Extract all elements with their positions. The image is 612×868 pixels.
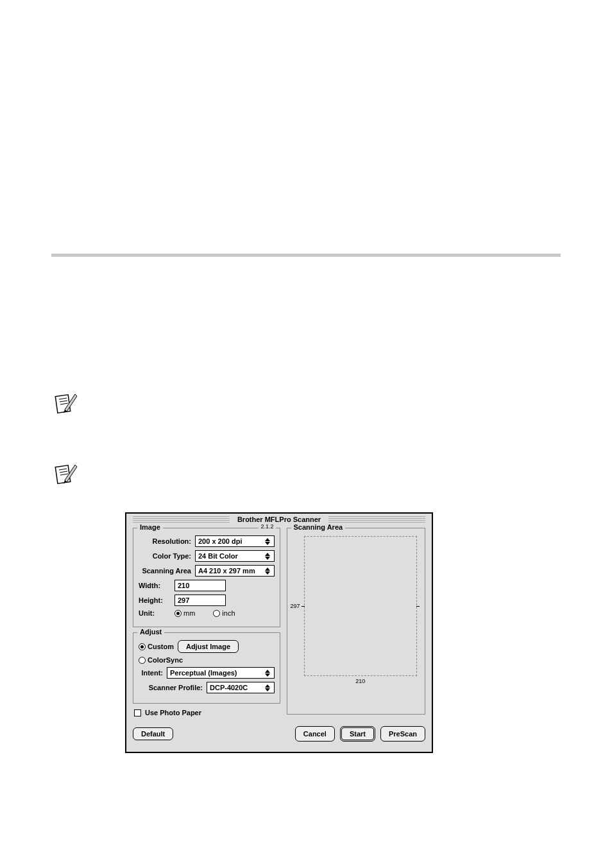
height-input[interactable]: 297 [174, 595, 226, 606]
photo-paper-label: Use Photo Paper [145, 709, 201, 716]
updown-icon [265, 684, 271, 691]
tick-mark [302, 606, 305, 607]
adjust-group: Adjust Custom Adjust Image [133, 632, 280, 704]
note-row-2 [55, 461, 612, 487]
version-label: 2.1.2 [259, 523, 275, 530]
custom-label: Custom [148, 643, 174, 650]
scanning-area-panel: Scanning Area 297 210 [287, 528, 426, 715]
intent-value: Perceptual (Images) [170, 669, 237, 677]
radio-selected-icon [139, 643, 146, 650]
colorsync-label: ColorSync [148, 656, 183, 664]
adjust-image-label: Adjust Image [186, 643, 230, 650]
adjust-image-button[interactable]: Adjust Image [178, 640, 239, 653]
updown-icon [265, 669, 271, 677]
dialog-title: Brother MFLPro Scanner [234, 516, 325, 523]
resolution-select[interactable]: 200 x 200 dpi [195, 535, 275, 547]
scanner-profile-select[interactable]: DCP-4020C [207, 682, 275, 693]
scanning-area-label: Scanning Area [139, 567, 191, 575]
tick-mark [416, 606, 420, 607]
unit-mm-radio[interactable]: mm [174, 609, 195, 617]
ruler-v-label: 297 [291, 603, 300, 609]
dialog-titlebar: Brother MFLPro Scanner [129, 515, 429, 524]
resolution-label: Resolution: [139, 537, 191, 545]
svg-point-13 [139, 657, 146, 663]
scanner-dialog: Brother MFLPro Scanner Image 2.1.2 Resol… [125, 512, 433, 753]
radio-selected-icon [174, 610, 182, 617]
unit-label: Unit: [139, 609, 171, 617]
unit-mm-label: mm [183, 609, 195, 617]
unit-inch-radio[interactable]: inch [213, 609, 235, 617]
prescan-button[interactable]: PreScan [380, 726, 425, 742]
height-label: Height: [139, 596, 171, 604]
cancel-button-label: Cancel [303, 730, 327, 738]
updown-icon [265, 552, 271, 560]
svg-point-12 [140, 645, 144, 648]
height-value: 297 [178, 596, 189, 604]
unit-inch-label: inch [222, 609, 235, 617]
default-button-label: Default [141, 730, 165, 738]
width-input[interactable]: 210 [174, 580, 226, 591]
width-label: Width: [139, 582, 171, 589]
scanning-area-value: A4 210 x 297 mm [198, 567, 255, 575]
ruler-h-label: 210 [305, 678, 417, 684]
updown-icon [265, 537, 271, 545]
radio-unselected-icon [213, 610, 220, 617]
checkbox-unchecked-icon [134, 709, 141, 716]
radio-unselected-icon [139, 657, 146, 664]
cancel-button[interactable]: Cancel [295, 726, 335, 742]
start-button-label: Start [350, 730, 366, 738]
custom-radio[interactable]: Custom [139, 643, 174, 650]
image-group-label: Image [137, 523, 163, 531]
titlebar-lines [133, 516, 230, 523]
intent-label: Intent: [139, 669, 163, 677]
scanner-profile-label: Scanner Profile: [139, 684, 203, 691]
colortype-label: Color Type: [139, 552, 191, 560]
colortype-select[interactable]: 24 Bit Color [195, 550, 275, 562]
note-pencil-icon [55, 390, 78, 416]
colortype-value: 24 Bit Color [198, 552, 238, 560]
width-value: 210 [178, 582, 189, 589]
svg-point-10 [214, 610, 220, 616]
default-button[interactable]: Default [133, 727, 173, 740]
horizontal-divider [51, 254, 561, 257]
scanning-area-panel-label: Scanning Area [291, 523, 346, 531]
start-button[interactable]: Start [340, 726, 375, 742]
preview-area[interactable]: 297 210 [304, 536, 418, 676]
resolution-value: 200 x 200 dpi [198, 537, 242, 545]
scanning-area-select[interactable]: A4 210 x 297 mm [195, 565, 275, 577]
note-row-1 [55, 390, 612, 416]
prescan-button-label: PreScan [389, 730, 417, 738]
titlebar-lines [328, 516, 425, 523]
adjust-group-label: Adjust [137, 628, 164, 636]
note-pencil-icon [55, 461, 78, 487]
svg-point-9 [176, 612, 180, 615]
scanner-profile-value: DCP-4020C [210, 684, 248, 691]
intent-select[interactable]: Perceptual (Images) [167, 667, 275, 679]
photo-paper-row[interactable]: Use Photo Paper [134, 709, 280, 716]
colorsync-radio[interactable]: ColorSync [139, 656, 183, 664]
image-group: Image 2.1.2 Resolution: 200 x 200 dpi Co… [133, 528, 280, 627]
updown-icon [265, 567, 271, 575]
